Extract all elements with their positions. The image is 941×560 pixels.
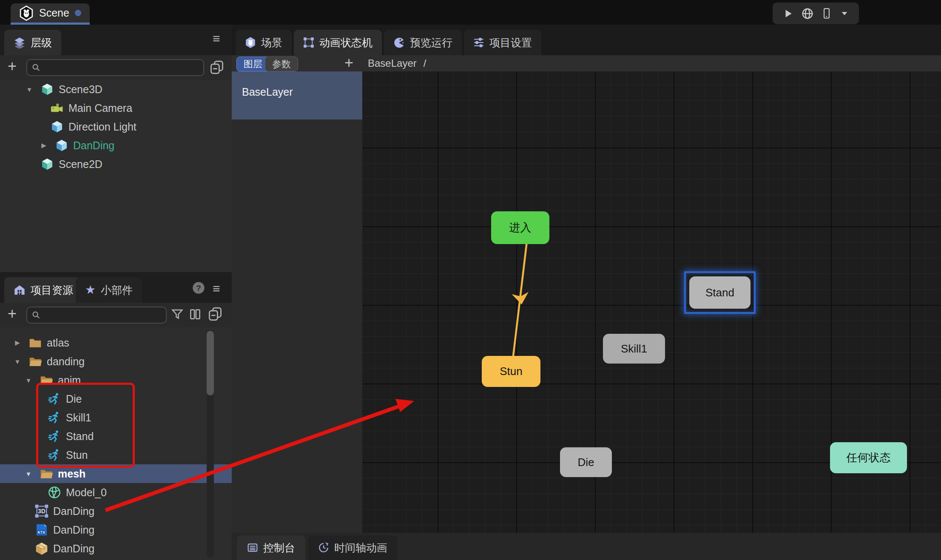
tree-item-direction-light[interactable]: Direction Light [0,117,232,136]
asset-anim-stun[interactable]: Stun [0,446,232,464]
caret-right-icon[interactable]: ▶ [37,142,50,149]
tree-item-danding[interactable]: ▶ DanDing [0,136,232,155]
hierarchy-menu-icon[interactable]: ≡ [213,32,220,45]
asset-danding-prefab[interactable]: DanDing [0,539,232,558]
asset-anim-stand[interactable]: Stand [0,427,232,446]
tab-project-assets-label: 项目资源 [31,283,73,297]
assets-tabstrip: 项目资源 ★ 小部件 ? ≡ [0,272,232,303]
hierarchy-search[interactable] [26,59,204,76]
tab-project-assets[interactable]: 项目资源 [4,277,82,303]
state-node-die[interactable]: Die [560,447,612,477]
run-controls-group [773,3,859,24]
asset-label: DanDing [53,543,94,555]
assets-scrollbar-thumb[interactable] [207,331,214,395]
state-node-stun[interactable]: Stun [482,356,540,387]
tab-scene[interactable]: 场景 [236,30,292,55]
state-node-entry[interactable]: 进入 [491,211,549,244]
tree-item-scene3d[interactable]: ▼ Scene3D [0,80,232,99]
breadcrumb: BaseLayer / [368,57,426,69]
tree-item-main-camera[interactable]: Main Camera [0,99,232,117]
asset-label: Model_0 [66,486,107,499]
layer-item-baselayer[interactable]: BaseLayer [232,71,362,119]
asset-label: Skill1 [66,412,91,424]
asset-danding-model[interactable]: 3D DanDing [0,502,232,520]
tab-console[interactable]: 控制台 [237,535,305,560]
caret-down-icon[interactable]: ▼ [23,86,36,93]
state-node-skill1[interactable]: Skill1 [603,334,665,364]
mobile-preview-button[interactable] [821,8,832,20]
tab-hierarchy[interactable]: 层级 [4,30,61,55]
filter-icon[interactable] [171,308,184,321]
tab-widgets[interactable]: ★ 小部件 [76,277,142,303]
add-entity-button[interactable]: + [8,59,17,74]
hierarchy-toolbar: + [0,55,232,80]
package-cube-icon [35,542,48,555]
animation-clip-icon [48,448,61,462]
tree-item-scene2d[interactable]: Scene2D [0,155,232,173]
asset-anim-die[interactable]: Die [0,389,232,408]
caret-down-icon[interactable]: ▼ [22,470,35,478]
asset-label: mesh [58,468,85,480]
caret-right-icon[interactable]: ▶ [11,339,24,347]
tree-item-label: Scene2D [59,158,102,171]
scene-tab-label: Scene [39,7,69,19]
tab-widgets-label: 小部件 [101,283,133,297]
editor-window: Scene 层级 ≡ + ▼ S [0,0,941,560]
assets-menu-icon[interactable]: ≡ [213,282,220,295]
columns-view-icon[interactable] [189,308,202,321]
asset-mesh-model0[interactable]: Model_0 [0,483,232,502]
tab-preview-run[interactable]: 预览运行 [384,30,462,55]
asset-label: danding [47,355,85,368]
state-node-label: Stand [705,286,734,299]
asset-label: Die [66,393,82,405]
collapse-all-icon[interactable] [209,60,225,76]
top-bar: Scene [0,0,941,25]
tab-animation-state-machine[interactable]: 动画状态机 [294,30,382,55]
play-button[interactable] [782,8,793,19]
state-machine-icon [303,37,314,48]
tab-console-label: 控制台 [263,541,295,555]
assets-search[interactable] [26,307,167,324]
add-layer-button[interactable]: + [344,55,353,71]
cube-teal-icon [40,157,54,171]
asset-label: Stand [66,430,94,443]
run-options-dropdown[interactable] [840,9,849,18]
state-node-label: 进入 [509,220,532,235]
tree-item-label: Scene3D [59,83,102,96]
state-node-label: Skill1 [621,342,647,355]
state-node-stand[interactable]: Stand [689,276,751,309]
scene-project-tab[interactable]: Scene [11,3,90,25]
asset-anim-skill1[interactable]: Skill1 [0,408,232,427]
asset-folder-atlas[interactable]: ▶ atlas [0,333,232,352]
asset-folder-danding[interactable]: ▼ danding [0,352,232,371]
tree-item-label: Main Camera [68,102,132,114]
state-node-label: Stun [500,365,523,378]
caret-down-icon[interactable]: ▼ [22,377,35,384]
help-icon[interactable]: ? [192,281,205,294]
breadcrumb-layer[interactable]: BaseLayer [368,57,417,69]
caret-down-icon[interactable]: ▼ [11,358,24,365]
asset-folder-anim[interactable]: ▼ anim [0,371,232,389]
state-node-anystate[interactable]: 任何状态 [830,442,907,473]
asset-danding-ktx[interactable]: KTX DanDing [0,520,232,539]
asset-folder-mesh[interactable]: ▼ mesh [0,464,232,483]
hierarchy-tabstrip: 层级 ≡ [0,25,232,55]
search-icon [31,63,41,72]
web-preview-button[interactable] [801,7,814,20]
state-node-label: Die [577,456,594,469]
tab-project-settings[interactable]: 项目设置 [464,30,541,55]
tab-timeline-animation[interactable]: 时间轴动画 [308,535,398,560]
add-asset-button[interactable]: + [8,306,17,321]
house-icon [14,284,26,296]
assets-search-input[interactable] [44,309,162,321]
hierarchy-search-input[interactable] [44,62,199,74]
breadcrumb-separator: / [424,57,426,69]
svg-text:KTX: KTX [38,530,45,534]
cube-blue-icon [55,139,68,152]
search-icon [31,310,41,320]
pacman-icon [393,37,405,48]
tab-scene-label: 场景 [261,36,282,50]
params-subtab[interactable]: 参数 [265,57,298,71]
layers-icon [14,37,26,48]
collapse-all-icon[interactable] [208,306,223,322]
